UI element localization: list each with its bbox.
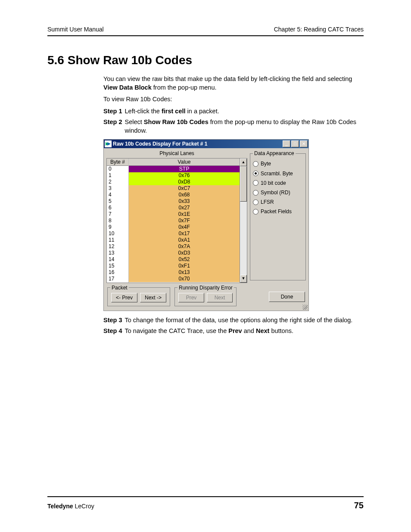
rde-nav-group: Running Disparity Error Prev Next [174,287,237,306]
appearance-option-label: Byte [261,160,271,167]
byte-number-cell[interactable]: 16 [107,269,128,276]
byte-number-cell[interactable]: 1 [107,172,128,179]
section-heading: 5.6 Show Raw 10b Codes [47,53,364,67]
intro-text-b: from the pop-up menu. [152,84,217,91]
value-cell[interactable]: 0x70 [129,276,240,282]
packet-nav-title: Packet [110,284,129,291]
value-cell[interactable]: 0x68 [129,192,240,198]
byte-number-cell[interactable]: 6 [107,205,128,211]
packet-next-button[interactable]: Next -> [140,293,166,302]
step-4: Step 4 To navigate the CATC Trace, use t… [103,327,364,336]
scroll-up-button[interactable]: ▲ [240,159,247,166]
resize-grip[interactable] [302,305,308,310]
titlebar[interactable]: Raw 10b Codes Display For Packet # 1 _ □… [104,140,308,148]
radio-icon[interactable] [253,161,258,167]
byte-header[interactable]: Byte # [107,159,128,166]
byte-number-cell[interactable]: 7 [107,211,128,218]
value-cell[interactable]: 0x33 [129,198,240,205]
rde-next-button[interactable]: Next [207,293,233,302]
byte-number-cell[interactable]: 10 [107,230,128,237]
value-cell[interactable]: 0xD3 [129,250,240,256]
step-3-label: Step 3 [103,316,122,325]
appearance-option-label: Symbol (RD) [261,189,290,196]
appearance-option[interactable]: Byte [253,160,303,167]
value-cell[interactable]: 0x27 [129,205,240,211]
raw10b-dialog: Raw 10b Codes Display For Packet # 1 _ □… [103,139,309,311]
data-appearance-group: Data Appearance ByteScrambl. Byte10 bit … [250,153,306,280]
byte-number-cell[interactable]: 12 [107,243,128,250]
appearance-option-label: Packet Fields [261,208,292,215]
value-cell[interactable]: 0x17 [129,230,240,237]
value-header[interactable]: Value [129,159,240,166]
value-cell[interactable]: 0xC7 [129,185,240,192]
byte-number-cell[interactable]: 5 [107,198,128,205]
packet-prev-button[interactable]: <- Prev [111,293,137,302]
value-cell[interactable]: 0x1E [129,211,240,218]
appearance-option[interactable]: LFSR [253,199,303,205]
byte-number-cell[interactable]: 2 [107,179,128,185]
close-button[interactable]: ✕ [300,140,308,147]
value-cell[interactable]: 0xA1 [129,237,240,243]
header-left: Summit User Manual [47,26,104,33]
value-cell[interactable]: 0x52 [129,256,240,263]
appearance-option-label: LFSR [261,199,274,205]
header-rule [47,35,364,36]
radio-icon[interactable] [253,190,258,196]
appearance-option[interactable]: Packet Fields [253,208,303,215]
footer-brand: Teledyne LeCroy [47,503,94,510]
scroll-thumb[interactable] [240,166,247,202]
appearance-option-label: Scrambl. Byte [261,170,293,177]
appearance-option-label: 10 bit code [261,180,286,187]
value-cell[interactable]: STP [129,166,240,172]
step-3-text: To change the format of the data, use th… [125,316,364,325]
app-icon [105,140,112,147]
done-button[interactable]: Done [269,292,305,302]
value-cell[interactable]: 0xF1 [129,263,240,269]
svg-marker-1 [107,142,111,146]
byte-number-cell[interactable]: 11 [107,237,128,243]
byte-number-cell[interactable]: 0 [107,166,128,172]
radio-icon[interactable] [253,199,258,205]
value-cell[interactable]: 0x76 [129,172,240,179]
step-1: Step 1 Left-click the first cell in a pa… [103,107,364,116]
byte-number-cell[interactable]: 4 [107,192,128,198]
radio-icon[interactable] [253,180,258,186]
step-1-label: Step 1 [103,107,122,116]
appearance-option[interactable]: Symbol (RD) [253,189,303,196]
header-right: Chapter 5: Reading CATC Traces [274,26,364,33]
byte-number-cell[interactable]: 3 [107,185,128,192]
byte-number-cell[interactable]: 17 [107,276,128,282]
byte-number-cell[interactable]: 8 [107,218,128,224]
byte-number-cell[interactable]: 15 [107,263,128,269]
appearance-option[interactable]: Scrambl. Byte [253,170,303,177]
maximize-button[interactable]: □ [291,140,299,147]
radio-icon[interactable] [253,171,258,176]
value-cell[interactable]: 0x7F [129,218,240,224]
value-cell[interactable]: 0x13 [129,269,240,276]
data-grid[interactable]: Byte # 01234567891011121314151617 Value … [106,158,247,283]
value-cell[interactable]: 0x4F [129,224,240,230]
value-cell[interactable]: 0xD8 [129,179,240,185]
rde-nav-title: Running Disparity Error [177,284,234,291]
intro-text-a: You can view the raw bits that make up t… [103,75,352,82]
byte-number-cell[interactable]: 14 [107,256,128,263]
rde-prev-button[interactable]: Prev [178,293,204,302]
page-number: 75 [354,501,364,510]
physical-lanes-caption: Physical Lanes [106,150,247,157]
radio-icon[interactable] [253,209,258,215]
intro-paragraph: You can view the raw bits that make up t… [103,75,364,92]
data-appearance-title: Data Appearance [253,150,296,157]
step-2-text: Select Show Raw 10b Codes from the pop-u… [125,118,364,135]
step-4-text: To navigate the CATC Trace, use the Prev… [125,327,364,336]
minimize-button[interactable]: _ [283,140,290,147]
value-cell[interactable]: 0x7A [129,243,240,250]
byte-number-cell[interactable]: 13 [107,250,128,256]
dialog-title: Raw 10b Codes Display For Packet # 1 [113,140,283,147]
vertical-scrollbar[interactable]: ▲ ▼ [240,159,247,283]
byte-number-cell[interactable]: 9 [107,224,128,230]
appearance-option[interactable]: 10 bit code [253,180,303,187]
step-1-text: Left-click the first cell in a packet. [125,107,364,116]
scroll-down-button[interactable]: ▼ [240,275,247,283]
to-view-line: To view Raw 10b Codes: [103,95,364,104]
footer-rule [47,496,364,497]
